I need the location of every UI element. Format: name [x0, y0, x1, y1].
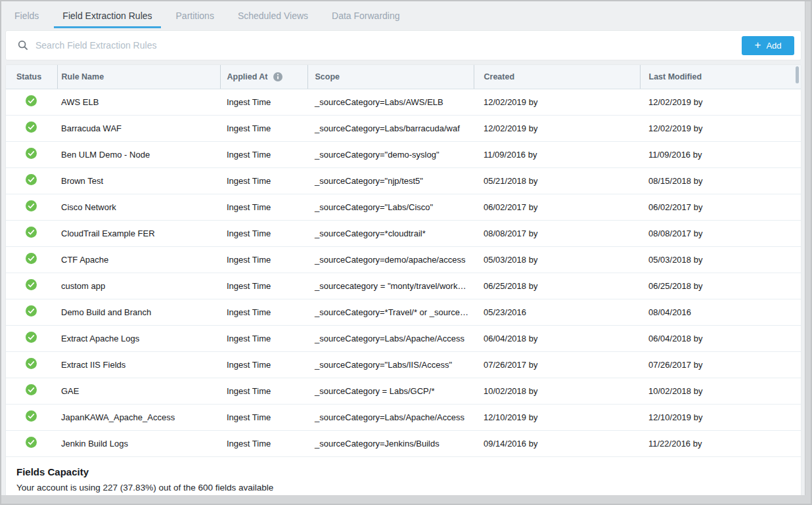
table-row[interactable]: Jenkin Build Logs Ingest Time _sourceCat… — [6, 430, 801, 456]
created-cell: 07/26/2017 by — [474, 351, 640, 378]
rule-name-cell: CTF Apache — [57, 246, 220, 273]
table-row[interactable]: custom app Ingest Time _sourcecategory =… — [6, 273, 801, 299]
check-circle-icon — [26, 437, 37, 448]
applied-at-cell: Ingest Time — [220, 141, 307, 167]
last-modified-cell: 06/25/2018 by — [640, 273, 801, 299]
rule-name-cell: Demo Build and Branch — [57, 299, 220, 325]
check-circle-icon — [26, 174, 37, 185]
column-header-rule-name: Rule Name — [57, 65, 220, 89]
last-modified-cell: 06/04/2018 by — [640, 325, 801, 351]
check-circle-icon — [26, 148, 37, 159]
table-row[interactable]: AWS ELB Ingest Time _sourceCategory=Labs… — [6, 89, 801, 115]
created-cell: 12/02/2019 by — [474, 115, 640, 141]
check-circle-icon — [26, 95, 37, 106]
tab-fields[interactable]: Fields — [6, 1, 47, 30]
table-row[interactable]: CTF Apache Ingest Time _sourceCategory=d… — [6, 246, 801, 273]
column-header-status: Status — [6, 65, 57, 89]
scope-cell: _sourceCategory="njp/test5" — [307, 167, 474, 194]
created-cell: 10/02/2018 by — [474, 378, 640, 404]
status-cell — [6, 351, 57, 378]
table-header: Status Rule Name Applied At — [6, 65, 801, 89]
scope-cell: _sourceCategory="demo-syslog" — [307, 141, 474, 167]
table-row[interactable]: CloudTrail Example FER Ingest Time _sour… — [6, 220, 801, 246]
last-modified-cell: 11/09/2016 by — [640, 141, 801, 167]
applied-at-cell: Ingest Time — [220, 89, 307, 115]
created-cell: 12/10/2019 by — [474, 404, 640, 430]
applied-at-cell: Ingest Time — [220, 430, 307, 456]
status-cell — [6, 115, 57, 141]
scope-cell: _sourceCategory="Labs/Cisco" — [307, 194, 474, 220]
scope-cell: _sourceCategory=*cloudtrail* — [307, 220, 474, 246]
info-icon[interactable] — [273, 72, 282, 81]
search-input[interactable] — [35, 40, 742, 51]
status-cell — [6, 325, 57, 351]
created-cell: 05/03/2018 by — [474, 246, 640, 273]
applied-at-cell: Ingest Time — [220, 273, 307, 299]
tab-data-forwarding[interactable]: Data Forwarding — [323, 1, 409, 30]
scope-cell: _sourceCategory = Labs/GCP/* — [307, 378, 474, 404]
applied-at-cell: Ingest Time — [220, 378, 307, 404]
check-circle-icon — [26, 227, 37, 238]
check-circle-icon — [26, 384, 37, 395]
status-cell — [6, 299, 57, 325]
app-panel: Fields Field Extraction Rules Partitions… — [1, 1, 805, 495]
applied-at-cell: Ingest Time — [220, 325, 307, 351]
status-cell — [6, 273, 57, 299]
column-header-scope: Scope — [307, 65, 474, 89]
add-button[interactable]: + Add — [742, 36, 794, 55]
last-modified-cell: 06/02/2017 by — [640, 194, 801, 220]
applied-at-cell: Ingest Time — [220, 220, 307, 246]
status-cell — [6, 167, 57, 194]
applied-at-cell: Ingest Time — [220, 167, 307, 194]
tab-partitions[interactable]: Partitions — [168, 1, 223, 30]
tab-field-extraction-rules[interactable]: Field Extraction Rules — [54, 1, 160, 30]
table-row[interactable]: Ben ULM Demo - Node Ingest Time _sourceC… — [6, 141, 801, 167]
table-row[interactable]: Extract IIS Fields Ingest Time _sourceCa… — [6, 351, 801, 378]
last-modified-cell: 12/02/2019 by — [640, 89, 801, 115]
add-button-label: Add — [766, 41, 781, 51]
rule-name-cell: Extract IIS Fields — [57, 351, 220, 378]
status-cell — [6, 404, 57, 430]
table-row[interactable]: Brown Test Ingest Time _sourceCategory="… — [6, 167, 801, 194]
check-circle-icon — [26, 332, 37, 343]
rule-name-cell: Extract Apache Logs — [57, 325, 220, 351]
applied-at-cell: Ingest Time — [220, 299, 307, 325]
window: Fields Field Extraction Rules Partitions… — [0, 0, 812, 505]
last-modified-cell: 11/22/2016 by — [640, 430, 801, 456]
last-modified-cell: 05/03/2018 by — [640, 246, 801, 273]
created-cell: 11/09/2016 by — [474, 141, 640, 167]
scope-cell: _sourceCategory="Labs/IIS/Access" — [307, 351, 474, 378]
status-cell — [6, 89, 57, 115]
check-circle-icon — [26, 358, 37, 369]
table-row[interactable]: Cisco Network Ingest Time _sourceCategor… — [6, 194, 801, 220]
scope-cell: _sourcecategory = "monty/travel/work… — [307, 273, 474, 299]
table-row[interactable]: Demo Build and Branch Ingest Time _sourc… — [6, 299, 801, 325]
applied-at-cell: Ingest Time — [220, 194, 307, 220]
scope-cell: _sourceCategory=Labs/barracuda/waf — [307, 115, 474, 141]
created-cell: 06/04/2018 by — [474, 325, 640, 351]
fields-capacity-section: Fields Capacity Your account is using 22… — [6, 456, 801, 495]
rule-name-cell: Barracuda WAF — [57, 115, 220, 141]
rule-name-cell: GAE — [57, 378, 220, 404]
table-row[interactable]: GAE Ingest Time _sourceCategory = Labs/G… — [6, 378, 801, 404]
scope-cell: _sourceCategory=Labs/Apache/Access — [307, 325, 474, 351]
created-cell: 05/21/2018 by — [474, 167, 640, 194]
table-row[interactable]: Barracuda WAF Ingest Time _sourceCategor… — [6, 115, 801, 141]
applied-at-cell: Ingest Time — [220, 351, 307, 378]
table-row[interactable]: JapanKAWA_Apache_Access Ingest Time _sou… — [6, 404, 801, 430]
rule-name-cell: CloudTrail Example FER — [57, 220, 220, 246]
table-body: AWS ELB Ingest Time _sourceCategory=Labs… — [6, 89, 801, 456]
scrollbar-thumb[interactable] — [796, 66, 799, 83]
status-cell — [6, 141, 57, 167]
table-row[interactable]: Extract Apache Logs Ingest Time _sourceC… — [6, 325, 801, 351]
search-toolbar: + Add — [5, 30, 801, 60]
applied-at-label: Applied At — [227, 72, 268, 81]
scope-cell: _sourceCategory=Labs/Apache/Access — [307, 404, 474, 430]
last-modified-cell: 12/02/2019 by — [640, 115, 801, 141]
check-circle-icon — [26, 410, 37, 422]
created-cell: 09/14/2016 by — [474, 430, 640, 456]
scope-cell: _sourceCategory=Labs/AWS/ELB — [307, 89, 474, 115]
fields-capacity-usage: Your account is using 227 (37.83%) out o… — [16, 483, 790, 493]
column-header-last-modified: Last Modified — [640, 65, 801, 89]
tab-scheduled-views[interactable]: Scheduled Views — [229, 1, 317, 30]
